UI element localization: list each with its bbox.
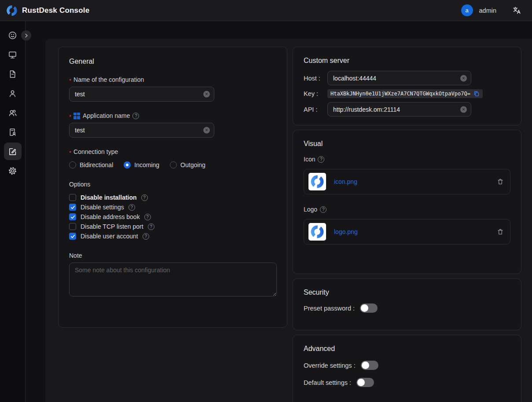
brand: RustDesk Console (6, 5, 89, 16)
logo-thumbnail (308, 223, 326, 241)
options-label: Options (69, 181, 276, 188)
help-icon[interactable]: ? (143, 233, 149, 240)
clear-icon[interactable]: ✕ (460, 75, 467, 81)
monitor-icon (8, 50, 17, 59)
required-asterisk: * (69, 113, 71, 120)
translate-icon[interactable] (512, 6, 521, 15)
radio-icon (69, 161, 76, 168)
api-field: ✕ (327, 102, 471, 117)
option-disable-installation: Disable installation ? (69, 194, 276, 201)
key-label: Key : (304, 90, 327, 97)
username[interactable]: admin (479, 7, 497, 14)
document-user-icon (8, 128, 17, 137)
main-content: General * Name of the configuration ✕ * … (45, 39, 532, 402)
default-settings-row: Default settings : (304, 378, 510, 387)
checkbox-unchecked-icon[interactable] (69, 194, 76, 201)
logo-file-row: logo.png (304, 219, 510, 245)
icon-file-row: icon.png (304, 169, 510, 194)
key-value: HtaXBkJNHyn0e1U1jWXze7A7CN7QTGWqxkOtpaVp… (330, 91, 470, 97)
override-settings-row: Override settings : (304, 361, 510, 370)
help-icon[interactable]: ? (141, 194, 148, 201)
clear-icon[interactable]: ✕ (203, 91, 210, 98)
config-name-field: ✕ (69, 87, 214, 102)
help-icon[interactable]: ? (318, 156, 324, 163)
trash-icon[interactable] (497, 178, 504, 185)
option-disable-address-book: Disable address book ? (69, 213, 276, 220)
clear-icon[interactable]: ✕ (460, 106, 467, 113)
general-card: General * Name of the configuration ✕ * … (58, 47, 287, 328)
key-chip: HtaXBkJNHyn0e1U1jWXze7A7CN7QTGWqxkOtpaVp… (327, 89, 483, 98)
override-settings-toggle[interactable] (361, 361, 378, 370)
config-name-input[interactable] (69, 87, 214, 102)
visual-title: Visual (304, 140, 510, 148)
application-name-input[interactable] (69, 123, 214, 138)
sidebar (0, 21, 26, 402)
checkbox-checked-icon[interactable] (69, 233, 76, 240)
sidebar-item-devices[interactable] (4, 46, 22, 63)
copy-icon[interactable] (473, 91, 480, 97)
config-name-label: * Name of the configuration (69, 76, 276, 83)
rustdesk-logo-icon (6, 5, 18, 16)
default-settings-toggle[interactable] (356, 378, 374, 387)
sidebar-item-settings[interactable] (4, 162, 22, 179)
icon-file-link[interactable]: icon.png (334, 178, 357, 185)
default-settings-label: Default settings : (304, 379, 351, 386)
security-card: Security Preset password : (293, 278, 521, 330)
windows-logo-icon (73, 113, 80, 119)
api-input[interactable] (327, 102, 471, 117)
checkbox-checked-icon[interactable] (69, 204, 76, 211)
clear-icon[interactable]: ✕ (203, 127, 210, 134)
help-icon[interactable]: ? (320, 206, 327, 213)
radio-incoming[interactable]: Incoming (124, 161, 159, 168)
preset-password-label: Preset password : (304, 305, 355, 312)
advanced-title: Advanced (304, 345, 510, 353)
custom-server-title: Custom server (304, 57, 510, 65)
rustdesk-logo-icon (310, 175, 324, 189)
checkbox-unchecked-icon[interactable] (69, 223, 76, 230)
logo-file-link[interactable]: logo.png (334, 228, 358, 235)
sidebar-item-custom-clients[interactable] (4, 143, 22, 160)
app-header: RustDesk Console a admin (0, 0, 532, 21)
option-disable-tcp-listen-port: Disable TCP listen port ? (69, 223, 276, 230)
app-title: RustDesk Console (22, 6, 89, 15)
smiley-icon (8, 31, 17, 40)
checkbox-checked-icon[interactable] (69, 213, 76, 220)
icon-thumbnail (308, 173, 326, 190)
option-disable-user-account: Disable user account ? (69, 233, 276, 240)
custom-server-card: Custom server Host : ✕ Key : HtaXBkJNHyn… (293, 47, 521, 125)
note-textarea[interactable] (69, 263, 277, 296)
sidebar-collapse-button[interactable] (21, 30, 31, 40)
note-label: Note (69, 252, 276, 259)
sidebar-item-dashboard[interactable] (4, 26, 22, 44)
required-asterisk: * (69, 77, 71, 84)
radio-bidirectional[interactable]: Bidirectional (69, 161, 113, 168)
visual-card: Visual Icon ? i (293, 130, 521, 274)
preset-password-row: Preset password : (304, 303, 510, 313)
preset-password-toggle[interactable] (360, 303, 378, 313)
help-icon[interactable]: ? (148, 223, 154, 230)
help-icon[interactable]: ? (132, 113, 139, 119)
trash-icon[interactable] (497, 228, 504, 235)
gear-icon (8, 166, 17, 175)
user-avatar[interactable]: a (461, 4, 473, 16)
help-icon[interactable]: ? (144, 214, 151, 220)
rustdesk-logo-icon (310, 225, 324, 239)
connection-type-label: * Connection type (69, 148, 276, 155)
advanced-card: Advanced Override settings : Default set… (293, 335, 521, 402)
sidebar-item-users[interactable] (4, 84, 22, 102)
host-input[interactable] (327, 71, 471, 85)
required-asterisk: * (69, 150, 71, 156)
help-icon[interactable]: ? (128, 204, 135, 211)
sidebar-item-address-books[interactable] (4, 123, 22, 141)
api-label: API : (304, 106, 327, 113)
application-name-field: ✕ (69, 123, 214, 138)
radio-outgoing[interactable]: Outgoing (170, 161, 205, 168)
sidebar-item-logs[interactable] (4, 65, 22, 83)
logo-label: Logo ? (304, 206, 510, 213)
override-settings-label: Override settings : (304, 362, 356, 369)
radio-selected-icon (124, 161, 131, 168)
sidebar-item-groups[interactable] (4, 104, 22, 121)
application-name-label: * Application name ? (69, 112, 276, 119)
host-label: Host : (304, 75, 327, 82)
options-list: Disable installation ? Disable settings … (69, 194, 276, 240)
